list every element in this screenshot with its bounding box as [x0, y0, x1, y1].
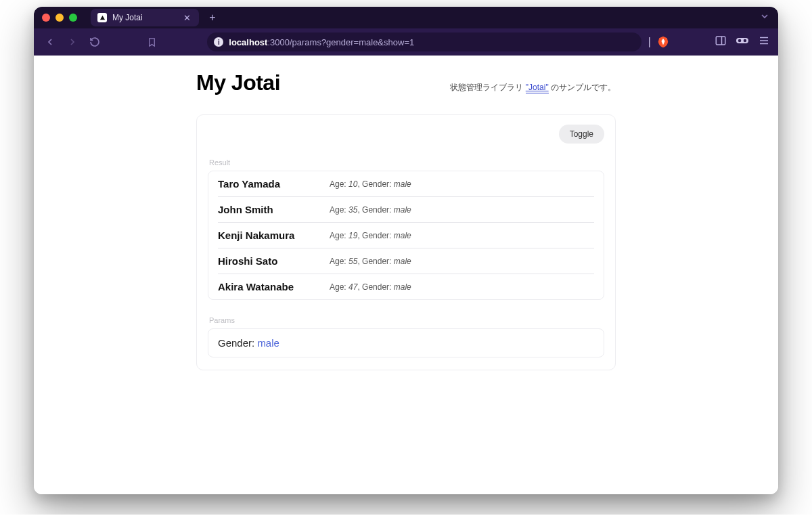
back-button[interactable]	[42, 33, 58, 51]
reader-mode-icon[interactable]	[736, 35, 748, 49]
svg-point-4	[738, 39, 742, 43]
list-item: Hiroshi Sato Age: 55, Gender: male	[218, 248, 594, 274]
browser-toolbar: i localhost:3000/params?gender=male&show…	[34, 28, 778, 56]
person-meta: Age: 55, Gender: male	[330, 257, 594, 266]
list-item: Akira Watanabe Age: 47, Gender: male	[218, 274, 594, 299]
forward-button[interactable]	[64, 33, 80, 51]
close-tab-button[interactable]: ✕	[181, 13, 192, 23]
browser-tab[interactable]: My Jotai ✕	[91, 9, 199, 26]
person-name: John Smith	[218, 204, 323, 215]
list-item: Kenji Nakamura Age: 19, Gender: male	[218, 223, 594, 248]
subtitle-prefix: 状態管理ライブラリ	[450, 83, 525, 92]
browser-window: My Jotai ✕ + i localhost:3000/params?gen…	[34, 7, 778, 494]
bookmark-button[interactable]	[144, 33, 160, 51]
svg-marker-0	[99, 15, 104, 19]
person-meta: Age: 47, Gender: male	[330, 282, 594, 292]
app-menu-button[interactable]	[758, 35, 770, 49]
minimize-window-button[interactable]	[55, 14, 64, 22]
address-bar[interactable]: i localhost:3000/params?gender=male&show…	[207, 32, 641, 51]
tab-favicon	[97, 13, 107, 22]
toggle-row: Toggle	[208, 125, 604, 144]
reload-button[interactable]	[87, 33, 102, 51]
person-meta: Age: 10, Gender: male	[330, 179, 594, 189]
svg-rect-1	[716, 37, 725, 45]
person-name: Akira Watanabe	[218, 281, 323, 292]
person-name: Kenji Nakamura	[218, 230, 323, 241]
site-info-icon[interactable]: i	[214, 37, 223, 47]
svg-rect-3	[736, 38, 748, 43]
tabstrip-menu[interactable]	[759, 11, 770, 24]
params-text: Gender: male	[218, 337, 594, 349]
page-content: My Jotai 状態管理ライブラリ "Jotai" のサンプルです。 Togg…	[34, 56, 778, 494]
svg-point-5	[744, 39, 747, 43]
close-window-button[interactable]	[42, 14, 50, 22]
url-text: localhost:3000/params?gender=male&show=1	[229, 37, 414, 47]
params-label: Gender:	[218, 337, 257, 349]
params-card: Gender: male	[208, 328, 604, 357]
person-meta: Age: 35, Gender: male	[330, 205, 594, 215]
list-item: Taro Yamada Age: 10, Gender: male	[218, 171, 594, 197]
list-item: John Smith Age: 35, Gender: male	[218, 197, 594, 223]
url-path: :3000/params?gender=male&show=1	[267, 37, 414, 47]
new-tab-button[interactable]: +	[204, 12, 221, 24]
person-name: Taro Yamada	[218, 178, 323, 190]
sidebar-toggle-icon[interactable]	[715, 35, 727, 49]
main-card: Toggle Result Taro Yamada Age: 10, Gende…	[196, 114, 616, 370]
person-meta: Age: 19, Gender: male	[330, 231, 594, 240]
result-section-label: Result	[209, 158, 604, 167]
result-list: Taro Yamada Age: 10, Gender: male John S…	[208, 171, 604, 300]
params-value: male	[257, 337, 279, 349]
tab-title: My Jotai	[112, 13, 176, 22]
page-container: My Jotai 状態管理ライブラリ "Jotai" のサンプルです。 Togg…	[196, 56, 616, 397]
window-controls	[42, 14, 77, 22]
params-section-label: Params	[209, 316, 604, 324]
separator: |	[648, 36, 651, 48]
page-subtitle: 状態管理ライブラリ "Jotai" のサンプルです。	[450, 82, 616, 93]
page-title: My Jotai	[196, 70, 280, 95]
brave-shields-icon[interactable]	[658, 36, 669, 48]
person-name: Hiroshi Sato	[218, 255, 323, 267]
page-header: My Jotai 状態管理ライブラリ "Jotai" のサンプルです。	[196, 70, 616, 95]
toggle-button[interactable]: Toggle	[559, 125, 604, 144]
jotai-link[interactable]: "Jotai"	[526, 83, 549, 93]
subtitle-suffix: のサンプルです。	[549, 83, 616, 92]
toolbar-right: |	[648, 35, 770, 49]
titlebar: My Jotai ✕ +	[34, 7, 778, 28]
url-host: localhost	[229, 37, 267, 47]
maximize-window-button[interactable]	[69, 14, 77, 22]
